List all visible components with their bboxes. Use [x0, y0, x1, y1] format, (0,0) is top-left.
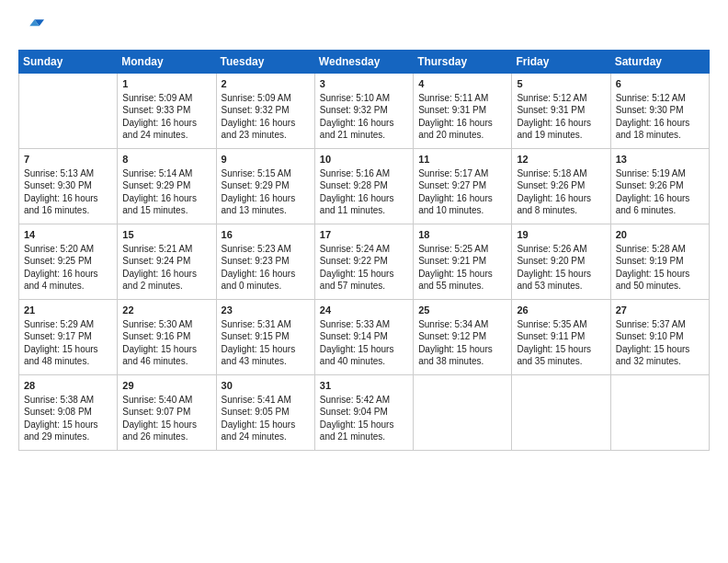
- day-info-line: Daylight: 15 hours: [418, 343, 506, 356]
- day-number: 31: [320, 379, 408, 393]
- day-info-line: Sunrise: 5:42 AM: [320, 394, 408, 407]
- day-info-line: and 8 minutes.: [517, 204, 605, 217]
- day-info-line: Daylight: 15 hours: [517, 343, 605, 356]
- day-number: 21: [24, 304, 112, 317]
- header-day-tuesday: Tuesday: [216, 51, 314, 74]
- day-info-line: Sunrise: 5:18 AM: [517, 167, 605, 180]
- day-info-line: Sunset: 9:25 PM: [24, 255, 112, 268]
- day-cell: 12Sunrise: 5:18 AMSunset: 9:26 PMDayligh…: [512, 149, 610, 224]
- day-info-line: and 38 minutes.: [418, 355, 506, 368]
- day-info-line: and 20 minutes.: [418, 129, 506, 142]
- day-number: 9: [222, 153, 310, 167]
- day-cell: [512, 375, 610, 451]
- day-info-line: Sunset: 9:14 PM: [320, 330, 408, 343]
- day-info-line: Sunrise: 5:09 AM: [122, 92, 210, 105]
- header-day-friday: Friday: [512, 51, 610, 74]
- day-info-line: Daylight: 16 hours: [122, 268, 210, 281]
- day-info-line: Sunrise: 5:11 AM: [418, 92, 506, 105]
- day-info-line: Daylight: 16 hours: [616, 192, 704, 205]
- day-info-line: and 57 minutes.: [320, 280, 408, 293]
- day-cell: 16Sunrise: 5:23 AMSunset: 9:23 PMDayligh…: [216, 224, 314, 300]
- day-info-line: and 35 minutes.: [517, 355, 605, 368]
- day-number: 23: [222, 304, 310, 317]
- day-info-line: Daylight: 16 hours: [320, 117, 408, 130]
- day-info-line: Daylight: 16 hours: [418, 117, 506, 130]
- day-number: 26: [517, 304, 605, 317]
- day-info-line: Daylight: 15 hours: [24, 419, 112, 431]
- day-info-line: Sunset: 9:32 PM: [222, 104, 310, 117]
- calendar-table: SundayMondayTuesdayWednesdayThursdayFrid…: [18, 50, 710, 451]
- day-info-line: Sunset: 9:26 PM: [517, 179, 605, 192]
- day-info-line: Daylight: 15 hours: [320, 419, 408, 431]
- header-day-thursday: Thursday: [414, 51, 512, 74]
- day-info-line: Daylight: 16 hours: [122, 192, 210, 205]
- day-info-line: Sunset: 9:26 PM: [616, 179, 704, 192]
- day-cell: 20Sunrise: 5:28 AMSunset: 9:19 PMDayligh…: [610, 224, 709, 300]
- day-info-line: and 15 minutes.: [122, 204, 210, 217]
- day-info-line: Sunrise: 5:37 AM: [616, 318, 704, 331]
- day-number: 22: [122, 304, 210, 317]
- day-info-line: Daylight: 16 hours: [517, 117, 605, 130]
- day-cell: 18Sunrise: 5:25 AMSunset: 9:21 PMDayligh…: [414, 224, 512, 300]
- day-info-line: Sunset: 9:23 PM: [222, 255, 310, 268]
- day-info-line: Daylight: 16 hours: [320, 192, 408, 205]
- day-info-line: Daylight: 15 hours: [222, 419, 310, 431]
- day-info-line: Daylight: 15 hours: [517, 268, 605, 281]
- day-info-line: Sunset: 9:17 PM: [24, 330, 112, 343]
- day-number: 6: [616, 77, 704, 91]
- day-cell: 26Sunrise: 5:35 AMSunset: 9:11 PMDayligh…: [512, 300, 610, 375]
- week-row-2: 7Sunrise: 5:13 AMSunset: 9:30 PMDaylight…: [19, 149, 710, 224]
- day-info-line: Sunset: 9:12 PM: [418, 330, 506, 343]
- week-row-5: 28Sunrise: 5:38 AMSunset: 9:08 PMDayligh…: [19, 375, 710, 451]
- day-info-line: Sunset: 9:27 PM: [418, 179, 506, 192]
- day-info-line: Sunrise: 5:28 AM: [616, 243, 704, 256]
- day-info-line: Daylight: 16 hours: [222, 117, 310, 130]
- day-info-line: Sunset: 9:30 PM: [616, 104, 704, 117]
- day-info-line: and 24 minutes.: [222, 431, 310, 443]
- day-cell: 6Sunrise: 5:12 AMSunset: 9:30 PMDaylight…: [610, 74, 709, 149]
- day-info-line: Sunset: 9:11 PM: [517, 330, 605, 343]
- day-cell: 25Sunrise: 5:34 AMSunset: 9:12 PMDayligh…: [414, 300, 512, 375]
- day-number: 1: [122, 77, 210, 91]
- day-info-line: and 48 minutes.: [24, 355, 112, 368]
- week-row-1: 1Sunrise: 5:09 AMSunset: 9:33 PMDaylight…: [19, 74, 710, 149]
- day-cell: 19Sunrise: 5:26 AMSunset: 9:20 PMDayligh…: [512, 224, 610, 300]
- day-info-line: Daylight: 16 hours: [616, 117, 704, 130]
- day-cell: 4Sunrise: 5:11 AMSunset: 9:31 PMDaylight…: [414, 74, 512, 149]
- day-number: 18: [418, 228, 506, 242]
- day-info-line: Sunrise: 5:24 AM: [320, 243, 408, 256]
- day-info-line: Daylight: 16 hours: [222, 268, 310, 281]
- day-info-line: and 53 minutes.: [517, 280, 605, 293]
- day-info-line: Sunset: 9:32 PM: [320, 104, 408, 117]
- logo-icon: [18, 15, 44, 40]
- day-info-line: Sunset: 9:10 PM: [616, 330, 704, 343]
- day-info-line: and 11 minutes.: [320, 204, 408, 217]
- day-info-line: Sunrise: 5:15 AM: [222, 167, 310, 180]
- day-cell: 8Sunrise: 5:14 AMSunset: 9:29 PMDaylight…: [118, 149, 216, 224]
- calendar-page: SundayMondayTuesdayWednesdayThursdayFrid…: [0, 0, 728, 563]
- day-info-line: and 40 minutes.: [320, 355, 408, 368]
- day-cell: 22Sunrise: 5:30 AMSunset: 9:16 PMDayligh…: [118, 300, 216, 375]
- day-number: 25: [418, 304, 506, 317]
- day-info-line: Daylight: 16 hours: [517, 192, 605, 205]
- day-number: 2: [222, 77, 310, 91]
- day-cell: [19, 74, 118, 149]
- day-info-line: Sunrise: 5:09 AM: [222, 92, 310, 105]
- day-info-line: Daylight: 15 hours: [616, 343, 704, 356]
- day-number: 24: [320, 304, 408, 317]
- day-cell: 27Sunrise: 5:37 AMSunset: 9:10 PMDayligh…: [610, 300, 709, 375]
- day-cell: 13Sunrise: 5:19 AMSunset: 9:26 PMDayligh…: [610, 149, 709, 224]
- day-info-line: Sunset: 9:08 PM: [24, 406, 112, 419]
- day-info-line: Sunrise: 5:14 AM: [122, 167, 210, 180]
- day-info-line: Sunrise: 5:35 AM: [517, 318, 605, 331]
- day-info-line: and 6 minutes.: [616, 204, 704, 217]
- day-info-line: Daylight: 15 hours: [122, 419, 210, 431]
- day-info-line: and 18 minutes.: [616, 129, 704, 142]
- day-cell: 21Sunrise: 5:29 AMSunset: 9:17 PMDayligh…: [19, 300, 118, 375]
- day-info-line: Sunrise: 5:13 AM: [24, 167, 112, 180]
- day-number: 7: [24, 153, 112, 167]
- day-info-line: Sunrise: 5:29 AM: [24, 318, 112, 331]
- day-info-line: and 26 minutes.: [122, 431, 210, 443]
- day-info-line: Sunset: 9:05 PM: [222, 406, 310, 419]
- day-number: 17: [320, 228, 408, 242]
